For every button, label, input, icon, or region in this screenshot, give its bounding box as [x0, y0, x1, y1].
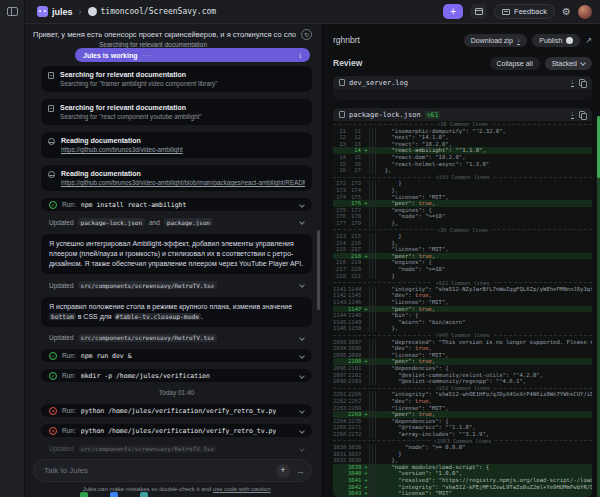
old-line-number: 1143: [333, 299, 348, 306]
globe-icon: [48, 138, 55, 145]
run-row[interactable]: ✓Run:npm install react-ambilight: [41, 198, 312, 211]
chevron-down-icon[interactable]: [299, 335, 305, 341]
taskbar-icon-3[interactable]: [140, 492, 148, 497]
file-chip[interactable]: package-lock.json: [78, 218, 145, 226]
old-line-number: 174: [333, 194, 348, 201]
diff-row: 173174+ },: [333, 187, 592, 194]
indent-guides: [369, 213, 378, 220]
stacked-dropdown[interactable]: Stacked: [545, 57, 592, 70]
file-actions: ↓: [571, 110, 587, 119]
file-chip[interactable]: package.json: [164, 218, 213, 226]
jules-brand[interactable]: jules: [37, 6, 73, 17]
activity-card[interactable]: Searching for relevant documentationSear…: [41, 99, 312, 125]
scroll-down-icon[interactable]: ↓: [298, 51, 302, 60]
common-lines-label: +1563 Common lines: [434, 438, 491, 444]
indent-guides: [369, 372, 378, 379]
file-header[interactable]: dev_server.log ↓: [333, 76, 592, 89]
run-row[interactable]: ×Run:python /home/jules/verification/ver…: [41, 424, 312, 437]
copy-icon[interactable]: [579, 111, 586, 119]
file-name: dev_server.log: [349, 79, 408, 87]
activity-card[interactable]: Searching for relevant documentationSear…: [41, 66, 312, 92]
collapse-all-button[interactable]: Collapse all: [490, 57, 540, 70]
review-heading: Review: [333, 58, 362, 68]
diff-row: 175177+ "engines": {: [333, 207, 592, 214]
chat-input[interactable]: Talk to Jules + →: [33, 459, 312, 482]
diff-code: },: [378, 325, 592, 332]
caution-link[interactable]: use code with caution: [213, 486, 271, 492]
file-chip[interactable]: src/components/screensavy/RetroTV.tsx: [78, 445, 218, 453]
chevron-down-icon[interactable]: [299, 220, 305, 226]
indent-guides: [369, 477, 378, 484]
settings-gear-icon[interactable]: ⚙: [562, 7, 571, 17]
new-line-number: 220: [348, 266, 363, 273]
feedback-button[interactable]: Feedback: [494, 4, 555, 19]
file-chip[interactable]: src/components/screensavy/RetroTV.tsx: [78, 281, 218, 289]
diff-row: 1516+ "react-helmet-async": "1.3.0": [333, 161, 592, 168]
chevron-down-icon[interactable]: [299, 282, 305, 288]
chevron-down-icon[interactable]: [299, 202, 305, 208]
attach-button[interactable]: +: [276, 464, 290, 478]
common-lines-label: +922 Common lines: [435, 280, 489, 286]
updated-row[interactable]: Updatedsrc/components/screensavy/RetroTV…: [41, 334, 312, 343]
diff-code: },: [378, 457, 592, 464]
expand-icon[interactable]: ↗: [585, 36, 592, 45]
download-zip-button[interactable]: Download zip↓: [464, 34, 528, 47]
diff-code: "peer": true,: [378, 253, 592, 260]
repo-name: timoncool/ScreenSavy.com: [101, 7, 217, 16]
taskbar-icon-2[interactable]: [110, 492, 118, 497]
new-task-button[interactable]: +: [443, 4, 463, 19]
chevron-down-icon[interactable]: [299, 446, 305, 452]
review-header-actions: Download zip↓ Publish ↗: [464, 34, 592, 47]
file-header[interactable]: package-lock.json +61 ↓: [333, 108, 592, 121]
sidebar-toggle-icon[interactable]: [7, 7, 18, 16]
repo-link[interactable]: timoncool/ScreenSavy.com: [88, 7, 217, 16]
chevron-down-icon[interactable]: [299, 373, 305, 379]
activity-card[interactable]: Reading documentationhttps://github.com/…: [41, 165, 312, 191]
chevron-down-icon[interactable]: [299, 353, 305, 359]
chat-scrollbar[interactable]: [317, 230, 320, 310]
diff-code: "integrity": "sha512-NZyJarBfL7nWwIqgFQL…: [378, 286, 592, 293]
diff-code: "version": "1.0.0",: [378, 470, 592, 477]
run-row[interactable]: ×Run:python /home/jules/verification/ver…: [41, 404, 312, 417]
file-chip[interactable]: src/components/screensavy/RetroTV.tsx: [78, 334, 218, 342]
old-line-number: 218: [333, 273, 348, 280]
content-split: Привет, у меня есть опенсорс проект скри…: [25, 24, 600, 497]
new-line-number: 174: [348, 187, 363, 194]
updated-row[interactable]: Updatedsrc/components/screensavy/RetroTV…: [41, 444, 312, 453]
download-icon[interactable]: ↓: [571, 78, 575, 87]
send-button[interactable]: →: [296, 466, 305, 476]
taskbar-icon-1[interactable]: [80, 492, 88, 497]
step-link[interactable]: https://github.com/brunos3d/video-ambili…: [61, 179, 305, 187]
diff-code: "license": "MIT",: [378, 405, 592, 412]
copy-icon[interactable]: [579, 79, 586, 87]
gift-icon: [475, 8, 483, 15]
updated-row[interactable]: Updatedpackage-lock.jsonandpackage.json: [41, 218, 312, 227]
diff-separator: +1563 Common lines: [333, 438, 592, 445]
diff-code: "resolved": "https://registry.npmjs.org/…: [378, 477, 592, 484]
jules-working-banner[interactable]: Jules is working ··· ↓: [75, 48, 310, 62]
additions-badge: +61: [425, 111, 441, 119]
diff-row: 2269+ "peer": true,: [333, 411, 592, 418]
chevron-down-icon[interactable]: [299, 428, 305, 434]
step-link[interactable]: https://github.com/brunos3d/video-ambili…: [61, 146, 183, 154]
new-line-number: 2103: [348, 378, 363, 385]
file-name: package-lock.json: [349, 111, 421, 119]
indent-guides: [369, 259, 378, 266]
publish-button[interactable]: Publish: [532, 34, 580, 47]
updated-label: Updated: [49, 219, 74, 226]
indent-guides: [369, 134, 378, 141]
new-line-number: 2098: [348, 345, 363, 352]
run-row[interactable]: ✓Run:mkdir -p /home/jules/verification: [41, 369, 312, 382]
indent-guides: [369, 378, 378, 385]
run-row[interactable]: ✓Run:npm run dev &: [41, 349, 312, 362]
indent-guides: [369, 339, 378, 346]
diff-row: 11451149+ "acorn": "bin/acorn": [333, 319, 592, 326]
download-icon[interactable]: ↓: [571, 110, 575, 119]
whats-new-button[interactable]: [470, 4, 487, 19]
user-avatar[interactable]: [578, 5, 592, 19]
updated-row[interactable]: Updatedsrc/components/screensavy/RetroTV…: [41, 281, 312, 290]
activity-card[interactable]: Reading documentationhttps://github.com/…: [41, 132, 312, 158]
chevron-down-icon[interactable]: [299, 408, 305, 414]
indent-guides: [369, 141, 378, 148]
message-history-icon[interactable]: ↻: [301, 29, 312, 40]
